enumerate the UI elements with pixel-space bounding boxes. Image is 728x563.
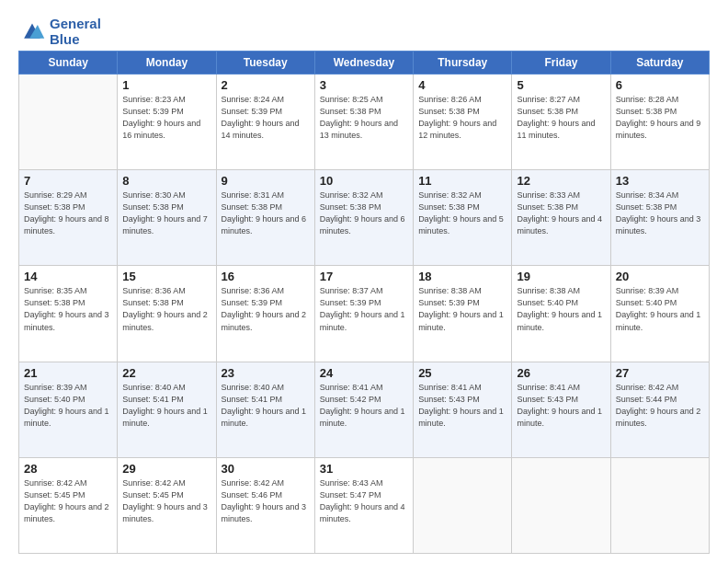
day-number: 9 <box>222 174 310 188</box>
header: General Blue <box>18 17 710 47</box>
column-header-sunday: Sunday <box>19 52 118 75</box>
day-number: 18 <box>418 270 506 283</box>
calendar-cell: 8Sunrise: 8:30 AMSunset: 5:38 PMDaylight… <box>118 170 216 266</box>
day-info: Sunrise: 8:32 AMSunset: 5:38 PMDaylight:… <box>320 190 408 237</box>
calendar-cell: 9Sunrise: 8:31 AMSunset: 5:38 PMDaylight… <box>216 170 314 266</box>
calendar-table: SundayMondayTuesdayWednesdayThursdayFrid… <box>18 51 710 554</box>
day-info: Sunrise: 8:32 AMSunset: 5:38 PMDaylight:… <box>418 190 506 237</box>
day-number: 22 <box>122 366 210 380</box>
day-number: 20 <box>616 270 704 283</box>
logo-icon <box>18 19 46 45</box>
logo: General Blue <box>18 17 101 47</box>
day-number: 15 <box>122 270 210 283</box>
calendar-cell: 17Sunrise: 8:37 AMSunset: 5:39 PMDayligh… <box>314 266 413 362</box>
logo-text: General Blue <box>50 17 101 47</box>
day-info: Sunrise: 8:38 AMSunset: 5:39 PMDaylight:… <box>418 285 506 333</box>
calendar-header-row: SundayMondayTuesdayWednesdayThursdayFrid… <box>19 52 710 75</box>
day-info: Sunrise: 8:37 AMSunset: 5:39 PMDaylight:… <box>320 285 408 333</box>
day-info: Sunrise: 8:41 AMSunset: 5:43 PMDaylight:… <box>517 382 605 430</box>
calendar-week-row: 28Sunrise: 8:42 AMSunset: 5:45 PMDayligh… <box>19 457 710 553</box>
day-number: 8 <box>122 174 210 188</box>
calendar-cell: 13Sunrise: 8:34 AMSunset: 5:38 PMDayligh… <box>610 170 709 266</box>
day-info: Sunrise: 8:34 AMSunset: 5:38 PMDaylight:… <box>616 190 704 237</box>
column-header-monday: Monday <box>118 52 216 75</box>
day-info: Sunrise: 8:36 AMSunset: 5:38 PMDaylight:… <box>122 285 210 333</box>
calendar-week-row: 1Sunrise: 8:23 AMSunset: 5:39 PMDaylight… <box>19 75 710 170</box>
calendar-cell: 22Sunrise: 8:40 AMSunset: 5:41 PMDayligh… <box>118 362 216 457</box>
calendar-cell: 6Sunrise: 8:28 AMSunset: 5:38 PMDaylight… <box>610 75 709 170</box>
day-info: Sunrise: 8:40 AMSunset: 5:41 PMDaylight:… <box>122 382 210 430</box>
day-info: Sunrise: 8:42 AMSunset: 5:46 PMDaylight:… <box>222 477 310 525</box>
calendar-cell <box>414 457 512 553</box>
calendar-week-row: 21Sunrise: 8:39 AMSunset: 5:40 PMDayligh… <box>19 362 710 457</box>
day-info: Sunrise: 8:36 AMSunset: 5:39 PMDaylight:… <box>222 285 310 333</box>
day-info: Sunrise: 8:39 AMSunset: 5:40 PMDaylight:… <box>616 285 704 333</box>
day-number: 16 <box>222 270 310 283</box>
day-number: 14 <box>24 270 112 283</box>
day-number: 26 <box>517 366 605 380</box>
day-info: Sunrise: 8:42 AMSunset: 5:44 PMDaylight:… <box>616 382 704 430</box>
calendar-cell: 28Sunrise: 8:42 AMSunset: 5:45 PMDayligh… <box>19 457 118 553</box>
calendar-cell: 24Sunrise: 8:41 AMSunset: 5:42 PMDayligh… <box>314 362 413 457</box>
day-info: Sunrise: 8:27 AMSunset: 5:38 PMDaylight:… <box>517 94 605 142</box>
calendar-cell: 30Sunrise: 8:42 AMSunset: 5:46 PMDayligh… <box>216 457 314 553</box>
day-info: Sunrise: 8:30 AMSunset: 5:38 PMDaylight:… <box>122 190 210 237</box>
day-info: Sunrise: 8:41 AMSunset: 5:42 PMDaylight:… <box>320 382 408 430</box>
day-number: 31 <box>320 462 408 476</box>
page: General Blue SundayMondayTuesdayWednesda… <box>0 0 728 563</box>
day-info: Sunrise: 8:42 AMSunset: 5:45 PMDaylight:… <box>122 477 210 525</box>
calendar-cell: 11Sunrise: 8:32 AMSunset: 5:38 PMDayligh… <box>414 170 512 266</box>
day-info: Sunrise: 8:41 AMSunset: 5:43 PMDaylight:… <box>418 382 506 430</box>
calendar-cell: 14Sunrise: 8:35 AMSunset: 5:38 PMDayligh… <box>19 266 118 362</box>
day-number: 7 <box>24 174 112 188</box>
day-info: Sunrise: 8:33 AMSunset: 5:38 PMDaylight:… <box>517 190 605 237</box>
day-number: 17 <box>320 270 408 283</box>
day-number: 19 <box>517 270 605 283</box>
day-number: 24 <box>320 366 408 380</box>
calendar-cell: 25Sunrise: 8:41 AMSunset: 5:43 PMDayligh… <box>414 362 512 457</box>
column-header-wednesday: Wednesday <box>314 52 413 75</box>
day-info: Sunrise: 8:42 AMSunset: 5:45 PMDaylight:… <box>24 477 112 525</box>
calendar-cell <box>610 457 709 553</box>
day-number: 3 <box>320 78 408 92</box>
calendar-week-row: 7Sunrise: 8:29 AMSunset: 5:38 PMDaylight… <box>19 170 710 266</box>
day-number: 10 <box>320 174 408 188</box>
day-number: 28 <box>24 462 112 476</box>
calendar-cell: 16Sunrise: 8:36 AMSunset: 5:39 PMDayligh… <box>216 266 314 362</box>
calendar-cell: 29Sunrise: 8:42 AMSunset: 5:45 PMDayligh… <box>118 457 216 553</box>
calendar-cell: 5Sunrise: 8:27 AMSunset: 5:38 PMDaylight… <box>512 75 610 170</box>
day-info: Sunrise: 8:26 AMSunset: 5:38 PMDaylight:… <box>418 94 506 142</box>
calendar-cell: 26Sunrise: 8:41 AMSunset: 5:43 PMDayligh… <box>512 362 610 457</box>
day-info: Sunrise: 8:40 AMSunset: 5:41 PMDaylight:… <box>222 382 310 430</box>
day-number: 23 <box>222 366 310 380</box>
calendar-cell: 31Sunrise: 8:43 AMSunset: 5:47 PMDayligh… <box>314 457 413 553</box>
column-header-tuesday: Tuesday <box>216 52 314 75</box>
column-header-saturday: Saturday <box>610 52 709 75</box>
day-number: 1 <box>122 78 210 92</box>
calendar-cell: 19Sunrise: 8:38 AMSunset: 5:40 PMDayligh… <box>512 266 610 362</box>
calendar-cell <box>19 75 118 170</box>
day-number: 29 <box>122 462 210 476</box>
column-header-thursday: Thursday <box>414 52 512 75</box>
calendar-cell: 3Sunrise: 8:25 AMSunset: 5:38 PMDaylight… <box>314 75 413 170</box>
day-number: 6 <box>616 78 704 92</box>
day-info: Sunrise: 8:29 AMSunset: 5:38 PMDaylight:… <box>24 190 112 237</box>
calendar-cell: 7Sunrise: 8:29 AMSunset: 5:38 PMDaylight… <box>19 170 118 266</box>
calendar-cell: 27Sunrise: 8:42 AMSunset: 5:44 PMDayligh… <box>610 362 709 457</box>
calendar-cell: 21Sunrise: 8:39 AMSunset: 5:40 PMDayligh… <box>19 362 118 457</box>
day-number: 11 <box>418 174 506 188</box>
calendar-cell: 15Sunrise: 8:36 AMSunset: 5:38 PMDayligh… <box>118 266 216 362</box>
calendar-cell: 23Sunrise: 8:40 AMSunset: 5:41 PMDayligh… <box>216 362 314 457</box>
day-info: Sunrise: 8:24 AMSunset: 5:39 PMDaylight:… <box>222 94 310 142</box>
day-info: Sunrise: 8:28 AMSunset: 5:38 PMDaylight:… <box>616 94 704 142</box>
calendar-cell: 20Sunrise: 8:39 AMSunset: 5:40 PMDayligh… <box>610 266 709 362</box>
day-number: 21 <box>24 366 112 380</box>
calendar-cell: 2Sunrise: 8:24 AMSunset: 5:39 PMDaylight… <box>216 75 314 170</box>
day-number: 13 <box>616 174 704 188</box>
calendar-cell: 4Sunrise: 8:26 AMSunset: 5:38 PMDaylight… <box>414 75 512 170</box>
calendar-cell: 1Sunrise: 8:23 AMSunset: 5:39 PMDaylight… <box>118 75 216 170</box>
day-info: Sunrise: 8:43 AMSunset: 5:47 PMDaylight:… <box>320 477 408 525</box>
day-info: Sunrise: 8:39 AMSunset: 5:40 PMDaylight:… <box>24 382 112 430</box>
day-number: 25 <box>418 366 506 380</box>
day-info: Sunrise: 8:31 AMSunset: 5:38 PMDaylight:… <box>222 190 310 237</box>
